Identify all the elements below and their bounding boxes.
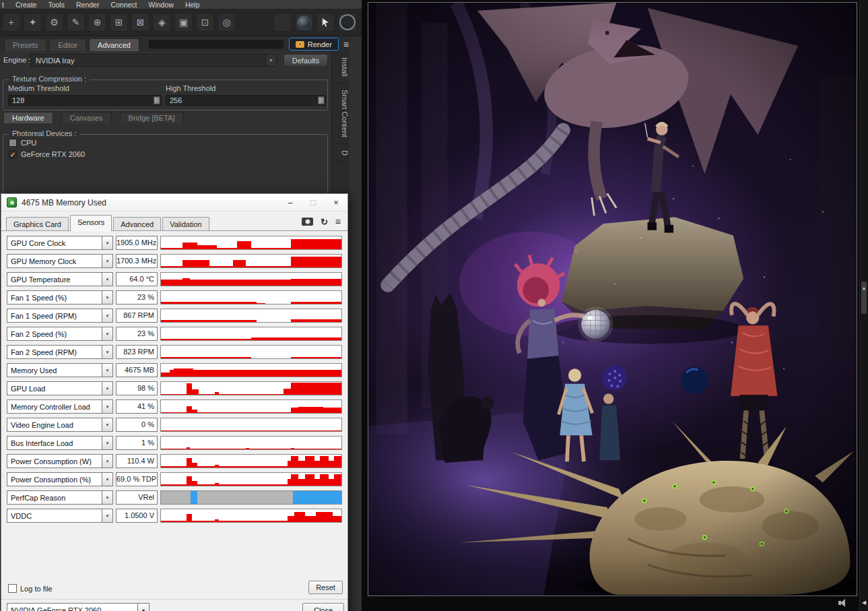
sensor-select[interactable]: PerfCap Reason▼ [7,490,113,505]
cursor-tool-icon[interactable] [316,13,335,32]
orbit-tool-icon[interactable]: ◎ [218,13,236,32]
chevron-down-icon[interactable]: ▼ [102,327,112,340]
mute-icon[interactable] [838,599,849,607]
close-button[interactable]: × [325,194,347,211]
cube-icon[interactable]: ▣ [174,13,193,32]
tab-sensors[interactable]: Sensors [70,215,112,231]
chevron-down-icon[interactable]: ▼ [102,255,112,267]
log-to-file-checkbox[interactable] [8,584,17,593]
chevron-down-icon[interactable]: ▼ [102,473,112,486]
side-tab-d[interactable]: D [332,144,349,162]
chevron-down-icon[interactable]: ▼ [102,309,112,322]
sensor-select[interactable]: Fan 1 Speed (RPM)▼ [7,309,113,323]
cube-link-icon[interactable]: ⊠ [131,13,149,32]
device-row-cpu[interactable]: ✓CPU [9,139,36,147]
tab-editor[interactable]: Editor [49,38,86,51]
chevron-down-icon[interactable]: ▼ [102,437,112,449]
cube-target-icon[interactable]: ⊡ [196,13,214,32]
refresh-icon[interactable]: ↻ [321,218,328,226]
menu-item-help[interactable]: Help [185,1,200,9]
sensor-select[interactable]: Fan 1 Speed (%)▼ [7,290,113,304]
panel-menu-icon[interactable]: ≡ [343,40,349,49]
chevron-down-icon[interactable]: ▼ [102,364,112,377]
cube-rotate-icon[interactable]: ◈ [153,13,171,32]
defaults-button[interactable]: Defaults [283,54,328,67]
sensor-name: Memory Used [7,366,57,375]
sphere-view-icon[interactable] [295,13,313,32]
medium-threshold-slider[interactable]: 128 [8,95,162,106]
close-dialog-button[interactable]: Close [302,603,344,611]
sensor-select[interactable]: Memory Controller Load▼ [7,399,113,414]
sensor-value: 69.0 % TDP [116,472,158,486]
tab-graphics-card[interactable]: Graphics Card [6,217,69,230]
cube-add-icon[interactable]: ⊞ [110,13,128,32]
chevron-down-icon[interactable]: ▼ [102,236,112,249]
chevron-down-icon[interactable]: ▼ [102,400,112,413]
screenshot-icon[interactable] [302,218,313,226]
sensor-value: 98 % [116,381,158,395]
sensor-select[interactable]: Bus Interface Load▼ [7,436,113,450]
side-tab-install[interactable]: Install [332,51,349,84]
chevron-down-icon[interactable]: ▼ [102,346,112,358]
scroll-left-icon[interactable]: ◀ [860,600,868,606]
node-tool-icon[interactable]: + [2,13,20,32]
sensor-select[interactable]: GPU Load▼ [7,381,113,395]
minimize-button[interactable]: – [279,194,302,211]
menu-item-window[interactable]: Window [149,1,174,9]
sensor-select[interactable]: Fan 2 Speed (%)▼ [7,327,113,341]
device-checkbox[interactable]: ✓ [9,139,17,147]
slider-handle[interactable] [318,96,325,104]
high-threshold-slider[interactable]: 256 [166,95,326,106]
menu-item-tools[interactable]: Tools [48,1,65,9]
chevron-down-icon[interactable]: ▼ [102,455,112,468]
sparkle-tool-icon[interactable]: ✦ [24,13,42,32]
chevron-down-icon[interactable]: ▼ [102,418,112,431]
tab-bridge-beta[interactable]: Bridge [BETA] [120,112,184,123]
render-button[interactable]: Render [289,38,339,51]
chevron-down-icon[interactable]: ▼ [102,509,112,522]
gpu-device-select[interactable]: NVIDIA GeForce RTX 2060 ▼ [7,603,149,611]
tab-advanced[interactable]: Advanced [89,38,139,51]
menu-icon[interactable]: ≡ [335,217,341,226]
side-tab-smart-content[interactable]: Smart Content [332,84,349,144]
texture-atlas-icon[interactable] [273,13,292,32]
sensor-graph [160,327,342,341]
sensor-select[interactable]: Memory Used▼ [7,363,113,377]
viewport-scrollbar[interactable]: ▲ ◀ [859,0,868,611]
high-threshold-label: High Threshold [166,84,215,92]
log-to-file-row[interactable]: Log to file [8,584,53,593]
chevron-down-icon[interactable]: ▼ [102,382,112,395]
gear-tool-icon[interactable]: ⚙ [45,13,63,32]
sensor-select[interactable]: VDDC▼ [7,509,113,523]
sensor-select[interactable]: GPU Temperature▼ [7,272,113,286]
device-checkbox[interactable]: ✓ [9,150,17,158]
node-add-icon[interactable]: ⊕ [88,13,106,32]
menu-item-render[interactable]: Render [76,1,99,9]
chevron-down-icon[interactable]: ▼ [102,291,112,304]
device-row-geforce-rtx-2060[interactable]: ✓GeForce RTX 2060 [9,150,85,158]
gpuz-titlebar[interactable]: 4675 MB Memory Used – □ × [1,194,347,212]
sensor-select[interactable]: GPU Memory Clock▼ [7,254,113,268]
menu-item-t[interactable]: t [2,1,4,9]
tab-advanced[interactable]: Advanced [113,217,161,230]
tab-canvases[interactable]: Canvases [61,112,112,123]
chevron-down-icon[interactable]: ▼ [102,273,112,286]
tab-presets[interactable]: Presets [4,38,46,51]
sensor-select[interactable]: Power Consumption (%)▼ [7,472,113,486]
menu-item-connect[interactable]: Connect [110,1,137,9]
sensor-select[interactable]: Video Engine Load▼ [7,418,113,432]
tab-hardware[interactable]: Hardware [3,112,53,123]
chevron-down-icon[interactable]: ▼ [102,491,112,504]
maximize-button[interactable]: □ [302,194,325,211]
sensor-select[interactable]: Fan 2 Speed (RPM)▼ [7,345,113,359]
reset-button[interactable]: Reset [308,581,343,594]
slider-handle[interactable] [154,96,160,104]
draw-tool-icon[interactable]: ✎ [67,13,85,32]
menu-item-create[interactable]: Create [15,1,37,9]
clipped-tool-icon[interactable] [338,13,356,32]
engine-select[interactable]: NVIDIA Iray ▼ [30,54,277,67]
tab-validation[interactable]: Validation [162,217,209,230]
scroll-up-icon[interactable]: ▲ [860,286,868,290]
sensor-select[interactable]: GPU Core Clock▼ [7,236,113,250]
sensor-select[interactable]: Power Consumption (W)▼ [7,454,113,468]
